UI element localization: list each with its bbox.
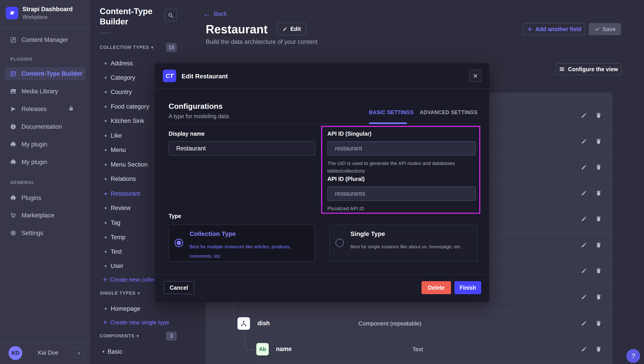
trash-icon[interactable] bbox=[595, 112, 602, 119]
bullet-icon bbox=[105, 265, 107, 267]
pencil-icon[interactable] bbox=[580, 190, 587, 197]
save-button[interactable]: Save bbox=[589, 23, 621, 35]
pencil-icon[interactable] bbox=[580, 242, 587, 249]
nav-section-general: GENERAL bbox=[10, 180, 34, 185]
nav-item-my-plugin[interactable]: My plugin bbox=[5, 138, 86, 151]
field-type: Component (repeatable) bbox=[358, 320, 422, 327]
create-single-type-link[interactable]: Create new single type bbox=[102, 318, 169, 327]
plus-icon bbox=[102, 320, 108, 325]
delete-button[interactable]: Delete bbox=[422, 281, 451, 294]
trash-icon[interactable] bbox=[595, 294, 602, 300]
bullet-icon bbox=[105, 164, 107, 166]
nav-section-plugins: PLUGINS bbox=[10, 57, 32, 62]
display-name-input[interactable]: Restaurant bbox=[168, 141, 315, 155]
row-actions bbox=[580, 138, 602, 145]
field-name: dish bbox=[258, 320, 270, 327]
components-count: 3 bbox=[166, 331, 177, 340]
pen-square-icon bbox=[10, 37, 16, 43]
gear-icon bbox=[10, 230, 16, 236]
app-title: Strapi Dashboard bbox=[22, 6, 73, 13]
plus-icon bbox=[102, 277, 108, 282]
configure-the-view-button[interactable]: Configure the view bbox=[556, 63, 621, 75]
back-link[interactable]: ←Back bbox=[203, 10, 227, 18]
single-type-card[interactable]: Single Type Best for single instance lik… bbox=[330, 225, 478, 262]
nav-item-content-manager[interactable]: Content Manager bbox=[5, 33, 86, 46]
row-actions bbox=[580, 242, 602, 249]
api-id-singular-help: The UID is used to generate the API rout… bbox=[327, 160, 476, 175]
help-button[interactable]: ? bbox=[626, 349, 640, 363]
nav-item-plugins[interactable]: Plugins bbox=[5, 192, 86, 204]
components-header[interactable]: COMPONENTS▾ bbox=[100, 333, 139, 338]
pencil-icon[interactable] bbox=[580, 138, 587, 145]
nav-item-releases[interactable]: Releases bbox=[5, 103, 86, 115]
row-actions bbox=[580, 294, 602, 300]
api-id-plural-input[interactable]: restaurants bbox=[327, 187, 476, 201]
tab-basic-settings[interactable]: BASIC SETTINGS bbox=[369, 109, 414, 115]
bullet-icon bbox=[105, 308, 107, 310]
user-name: Kai Doe bbox=[27, 349, 69, 356]
modal-subheading: A type for modeling data bbox=[168, 113, 229, 120]
trash-icon[interactable] bbox=[595, 346, 602, 352]
pencil-icon[interactable] bbox=[580, 112, 587, 119]
nav-item-settings[interactable]: Settings bbox=[5, 227, 86, 240]
single-type-title: Single Type bbox=[350, 230, 385, 238]
image-icon bbox=[10, 88, 16, 95]
pencil-icon[interactable] bbox=[580, 268, 587, 274]
pencil-icon[interactable] bbox=[580, 164, 587, 170]
edit-button[interactable]: Edit bbox=[276, 23, 306, 35]
tab-advanced-settings[interactable]: ADVANCED SETTINGS bbox=[420, 109, 478, 115]
pencil-icon[interactable] bbox=[580, 294, 587, 300]
cancel-button[interactable]: Cancel bbox=[164, 281, 194, 294]
collection-types-header[interactable]: COLLECTION TYPES▾ bbox=[100, 45, 154, 50]
nav-item-marketplace[interactable]: Marketplace bbox=[5, 209, 86, 222]
nav-item-my-plugin[interactable]: My plugin bbox=[5, 155, 86, 168]
modal-footer-divider bbox=[155, 274, 489, 275]
trash-icon[interactable] bbox=[595, 268, 602, 274]
nav-item-documentation[interactable]: Documentation bbox=[5, 120, 86, 133]
api-id-singular-input[interactable]: restaurant bbox=[327, 141, 476, 155]
component-category-basic[interactable]: ▾Basic bbox=[102, 347, 122, 356]
strapi-logo-icon[interactable] bbox=[6, 7, 18, 19]
close-button[interactable] bbox=[469, 70, 482, 82]
puzzle-icon bbox=[10, 195, 16, 201]
nav-item-media-library[interactable]: Media Library bbox=[5, 85, 86, 98]
page-subtitle: Build the data architecture of your cont… bbox=[206, 39, 318, 46]
collection-type-title: Collection Type bbox=[190, 230, 236, 238]
add-another-field-button[interactable]: Add another field bbox=[523, 23, 585, 35]
trash-icon[interactable] bbox=[595, 216, 602, 222]
row-actions bbox=[580, 190, 602, 197]
single-type-item-homepage[interactable]: Homepage bbox=[90, 304, 190, 313]
puzzle-icon bbox=[10, 141, 16, 148]
finish-button[interactable]: Finish bbox=[454, 281, 481, 294]
bullet-icon bbox=[105, 222, 107, 224]
collapse-nav-button[interactable]: ‹ bbox=[74, 348, 84, 358]
single-types-header[interactable]: SINGLE TYPES▾ bbox=[100, 291, 140, 296]
pencil-icon[interactable] bbox=[580, 216, 587, 222]
send-icon bbox=[10, 106, 16, 112]
radio-unselected-icon[interactable] bbox=[335, 238, 344, 248]
chevron-down-icon: ▾ bbox=[151, 45, 154, 50]
trash-icon[interactable] bbox=[595, 164, 602, 170]
plus-icon bbox=[527, 26, 533, 32]
strapi-app: Strapi Dashboard Workplace PLUGINS GENER… bbox=[0, 0, 644, 364]
tabs-divider bbox=[168, 123, 476, 124]
single-type-desc: Best for single instance like about us, … bbox=[350, 242, 462, 251]
trash-icon[interactable] bbox=[595, 138, 602, 145]
nav-item-content-type-builder[interactable]: Content-Type Builder bbox=[5, 67, 86, 80]
check-icon bbox=[594, 26, 600, 32]
collection-type-card[interactable]: Collection Type Best for multiple instan… bbox=[168, 225, 315, 262]
arrow-left-icon: ← bbox=[203, 10, 211, 18]
trash-icon[interactable] bbox=[595, 320, 602, 327]
chevron-down-icon: ▾ bbox=[102, 349, 104, 354]
modal-heading: Configurations bbox=[168, 102, 223, 111]
pencil-icon[interactable] bbox=[580, 346, 587, 352]
search-button[interactable] bbox=[164, 9, 177, 22]
trash-icon[interactable] bbox=[595, 190, 602, 197]
modal-title: Edit Restaurant bbox=[182, 73, 228, 80]
bullet-icon bbox=[105, 120, 107, 122]
radio-selected-icon[interactable] bbox=[174, 238, 184, 248]
pencil-icon[interactable] bbox=[580, 320, 587, 327]
api-id-plural-help: Pluralized API ID bbox=[327, 205, 476, 213]
trash-icon[interactable] bbox=[595, 242, 602, 249]
user-avatar[interactable]: KD bbox=[8, 346, 22, 360]
